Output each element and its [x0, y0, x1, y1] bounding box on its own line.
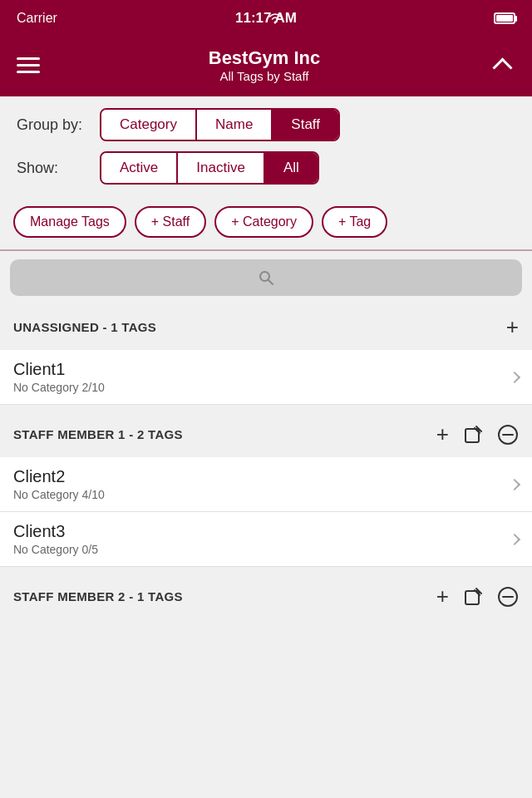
section-unassigned-actions: +	[506, 314, 519, 340]
add-category-button[interactable]: + Category	[214, 206, 313, 238]
battery-icon	[494, 12, 515, 24]
unassigned-add-button[interactable]: +	[506, 314, 519, 340]
top-divider	[0, 249, 532, 251]
show-active[interactable]: Active	[101, 153, 178, 183]
menu-button[interactable]	[17, 57, 40, 73]
list-area: UNASSIGNED - 1 tags + Client1 No Categor…	[0, 304, 532, 619]
chevron-right-icon	[509, 533, 520, 544]
item-subtitle: No Category 0/5	[13, 543, 98, 556]
section-separator	[0, 405, 532, 411]
show-all[interactable]: All	[265, 153, 318, 183]
minus-circle-icon	[497, 424, 519, 446]
section-staff1-header: STAFF MEMBER 1 - 2 tags +	[0, 411, 532, 457]
chevron-right-icon	[509, 371, 520, 382]
group-by-control: Category Name Staff	[100, 108, 340, 141]
chevron-right-icon	[509, 478, 520, 490]
action-buttons: Manage Tags + Staff + Category + Tag	[0, 203, 532, 249]
section-staff2-header: STAFF MEMBER 2 - 1 tags +	[0, 574, 532, 619]
section-staff1-title: STAFF MEMBER 1 - 2 tags	[13, 427, 183, 441]
item-subtitle: No Category 4/10	[13, 488, 105, 501]
item-subtitle: No Category 2/10	[13, 381, 105, 394]
page-subtitle: All Tags by Staff	[209, 69, 321, 83]
edit-icon	[462, 586, 484, 608]
item-title: Client3	[13, 522, 98, 541]
app-title: BestGym Inc	[209, 47, 321, 69]
list-item[interactable]: Client3 No Category 0/5	[0, 512, 532, 567]
search-icon	[258, 269, 274, 286]
collapse-button[interactable]	[489, 52, 515, 78]
staff1-remove-button[interactable]	[497, 424, 519, 446]
group-by-category[interactable]: Category	[101, 110, 197, 140]
show-control: Active Inactive All	[100, 151, 319, 185]
show-label: Show:	[17, 160, 100, 177]
section-unassigned-title: UNASSIGNED - 1 tags	[13, 320, 156, 334]
minus-circle-icon	[497, 586, 519, 608]
staff1-add-button[interactable]: +	[436, 421, 449, 447]
item-title: Client2	[13, 467, 105, 486]
list-item[interactable]: Client2 No Category 4/10	[0, 457, 532, 512]
edit-icon	[462, 424, 484, 446]
section-staff1-actions: +	[436, 421, 519, 447]
svg-line-1	[268, 280, 273, 284]
section-separator	[0, 567, 532, 574]
staff2-add-button[interactable]: +	[436, 584, 449, 609]
status-bar: Carrier 11:17 AM	[0, 0, 532, 37]
section-staff2-title: STAFF MEMBER 2 - 1 tags	[13, 589, 183, 603]
section-staff2-actions: +	[436, 584, 519, 609]
add-tag-button[interactable]: + Tag	[322, 206, 387, 238]
add-staff-button[interactable]: + Staff	[135, 206, 206, 238]
staff2-edit-button[interactable]	[462, 586, 484, 608]
nav-title: BestGym Inc All Tags by Staff	[209, 47, 321, 83]
search-bar[interactable]	[10, 259, 522, 296]
show-inactive[interactable]: Inactive	[178, 153, 265, 183]
manage-tags-button[interactable]: Manage Tags	[13, 206, 126, 238]
time-label: 11:17 AM	[235, 10, 297, 27]
carrier-label: Carrier	[17, 11, 57, 26]
group-by-staff[interactable]: Staff	[273, 110, 338, 140]
group-by-label: Group by:	[17, 116, 100, 134]
group-by-name[interactable]: Name	[197, 110, 273, 140]
nav-bar: BestGym Inc All Tags by Staff	[0, 37, 532, 96]
item-title: Client1	[13, 360, 105, 379]
section-unassigned-header: UNASSIGNED - 1 tags +	[0, 304, 532, 350]
show-row: Show: Active Inactive All	[17, 151, 515, 185]
staff2-remove-button[interactable]	[497, 586, 519, 608]
staff1-edit-button[interactable]	[462, 424, 484, 446]
list-item[interactable]: Client1 No Category 2/10	[0, 350, 532, 405]
controls-area: Group by: Category Name Staff Show: Acti…	[0, 96, 532, 203]
group-by-row: Group by: Category Name Staff	[17, 108, 515, 141]
